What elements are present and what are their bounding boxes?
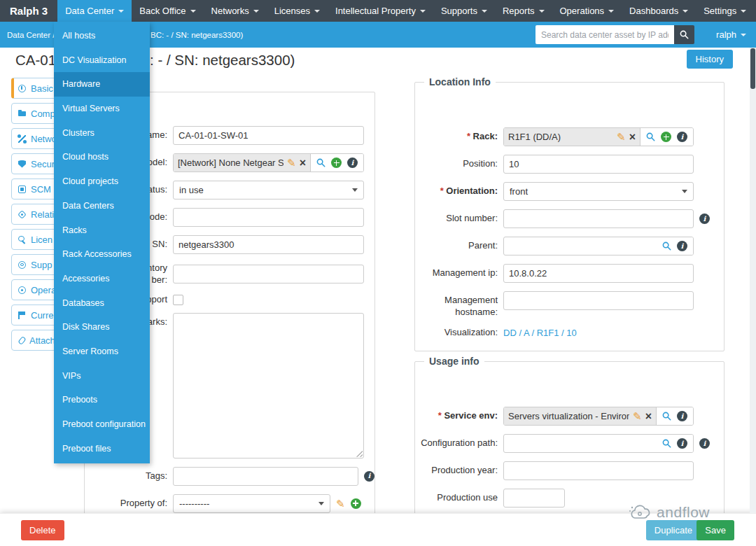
- resize-handle-icon[interactable]: [355, 449, 363, 457]
- production-use-input[interactable]: [503, 489, 565, 507]
- sidebar-item-label: Opera: [31, 285, 56, 295]
- info-icon[interactable]: [677, 438, 687, 449]
- app-brand[interactable]: Ralph 3: [0, 0, 57, 22]
- edit-icon[interactable]: [287, 158, 296, 168]
- position-input[interactable]: [503, 155, 694, 174]
- save-button[interactable]: Save: [696, 520, 734, 540]
- tags-input[interactable]: [173, 467, 358, 486]
- add-icon[interactable]: [331, 158, 342, 168]
- property-of-select[interactable]: ----------: [173, 494, 330, 513]
- nav-label: Networks: [211, 6, 249, 16]
- relations-icon: [18, 210, 27, 219]
- search-icon[interactable]: [662, 439, 671, 448]
- production-year-input[interactable]: [503, 461, 694, 480]
- hostname-input[interactable]: [173, 126, 364, 145]
- nav-label: Back Office: [139, 6, 186, 16]
- nav-reports[interactable]: Reports: [495, 0, 552, 22]
- menu-item-vips[interactable]: VIPs: [54, 364, 150, 388]
- nav-label: Licenses: [274, 6, 310, 16]
- sidebar-item-label: Secur: [31, 159, 55, 169]
- menu-item-clusters[interactable]: Clusters: [54, 121, 150, 146]
- edit-icon[interactable]: [336, 498, 345, 509]
- menu-item-preboot-files[interactable]: Preboot files: [54, 437, 150, 461]
- nav-licenses[interactable]: Licenses: [267, 0, 328, 22]
- inventory-number-input[interactable]: [173, 265, 364, 284]
- form-row: Tags:: [85, 467, 374, 486]
- nav-dashboards[interactable]: Dashboards: [622, 0, 696, 22]
- search-input[interactable]: [536, 25, 674, 44]
- status-select[interactable]: in use: [173, 181, 364, 200]
- menu-item-racks[interactable]: Racks: [54, 218, 150, 243]
- menu-item-server-rooms[interactable]: Server Rooms: [54, 340, 150, 364]
- folder-icon: [18, 110, 26, 118]
- username: ralph: [716, 29, 736, 40]
- orientation-select[interactable]: front: [503, 182, 694, 201]
- location-info-panel: Location Info Rack: R1F1 (DD/A) Position…: [414, 82, 724, 351]
- menu-item-all-hosts[interactable]: All hosts: [54, 24, 150, 48]
- cloud-icon: [628, 504, 653, 521]
- chevron-down-icon: [682, 190, 687, 193]
- nav-settings[interactable]: Settings: [696, 0, 754, 22]
- menu-item-preboots[interactable]: Preboots: [54, 388, 150, 412]
- edit-icon[interactable]: [617, 132, 626, 142]
- configuration-path-value[interactable]: [504, 435, 657, 452]
- nav-operations[interactable]: Operations: [552, 0, 622, 22]
- info-icon[interactable]: [347, 158, 358, 168]
- clear-icon[interactable]: [300, 158, 306, 169]
- form-row: Visualization: DD / A / R1F1 / 10: [415, 327, 724, 339]
- menu-item-data-centers[interactable]: Data Centers: [54, 194, 150, 218]
- barcode-input[interactable]: [173, 208, 364, 227]
- nav-data-center[interactable]: Data Center: [57, 0, 132, 22]
- nav-networks[interactable]: Networks: [204, 0, 267, 22]
- sidebar-item-label: Relati: [31, 209, 54, 220]
- duplicate-button[interactable]: Duplicate: [646, 520, 701, 540]
- nav-supports[interactable]: Supports: [433, 0, 495, 22]
- user-menu[interactable]: ralph: [716, 22, 746, 48]
- parent-value[interactable]: [504, 237, 657, 255]
- breadcrumb[interactable]: Data Center /: [7, 22, 55, 48]
- menu-item-disk-shares[interactable]: Disk Shares: [54, 315, 150, 340]
- add-icon[interactable]: [351, 498, 361, 509]
- management-ip-input[interactable]: [503, 264, 694, 283]
- scrollbar[interactable]: [750, 48, 756, 513]
- required-support-checkbox[interactable]: [173, 295, 183, 305]
- visualization-link[interactable]: DD / A / R1F1 / 10: [503, 328, 577, 338]
- delete-button[interactable]: Delete: [21, 520, 64, 540]
- info-icon[interactable]: [677, 241, 687, 251]
- management-hostname-input[interactable]: [503, 291, 694, 310]
- menu-item-cloud-projects[interactable]: Cloud projects: [54, 169, 150, 194]
- service-env-label: Service env:: [415, 410, 503, 422]
- menu-item-preboot-configuration[interactable]: Preboot configuration: [54, 412, 150, 437]
- clear-icon[interactable]: [629, 132, 636, 143]
- chevron-down-icon: [318, 502, 324, 505]
- search-button[interactable]: [674, 25, 694, 44]
- menu-item-rack-accessories[interactable]: Rack Accessories: [54, 242, 150, 267]
- clear-icon[interactable]: [645, 411, 652, 422]
- menu-item-hardware[interactable]: Hardware: [54, 72, 150, 97]
- menu-item-cloud-hosts[interactable]: Cloud hosts: [54, 145, 150, 169]
- edit-icon[interactable]: [633, 411, 642, 421]
- search-icon[interactable]: [662, 241, 671, 251]
- scrollbar-thumb[interactable]: [750, 48, 755, 89]
- sn-input[interactable]: [173, 235, 364, 254]
- menu-item-databases[interactable]: Databases: [54, 291, 150, 316]
- add-icon[interactable]: [661, 132, 671, 142]
- info-icon[interactable]: [677, 411, 687, 421]
- menu-item-virtual-servers[interactable]: Virtual Servers: [54, 97, 150, 121]
- info-icon[interactable]: [364, 471, 374, 482]
- search-icon[interactable]: [662, 412, 671, 421]
- remarks-textarea[interactable]: [173, 313, 364, 458]
- nav-back-office[interactable]: Back Office: [132, 0, 203, 22]
- info-icon[interactable]: [699, 438, 710, 449]
- search-icon[interactable]: [646, 132, 655, 141]
- menu-item-dc-visualization[interactable]: DC Visualization: [54, 48, 150, 73]
- slot-number-input[interactable]: [503, 209, 694, 228]
- search-icon[interactable]: [316, 158, 326, 167]
- menu-item-accessories[interactable]: Accessories: [54, 267, 150, 291]
- info-icon[interactable]: [699, 214, 710, 224]
- history-button[interactable]: History: [687, 50, 733, 69]
- sidebar-item-label: Supp: [31, 260, 52, 270]
- info-icon[interactable]: [677, 132, 687, 142]
- sidebar-item-label: Attach: [29, 335, 55, 346]
- nav-intellectual-property[interactable]: Intellectual Property: [328, 0, 433, 22]
